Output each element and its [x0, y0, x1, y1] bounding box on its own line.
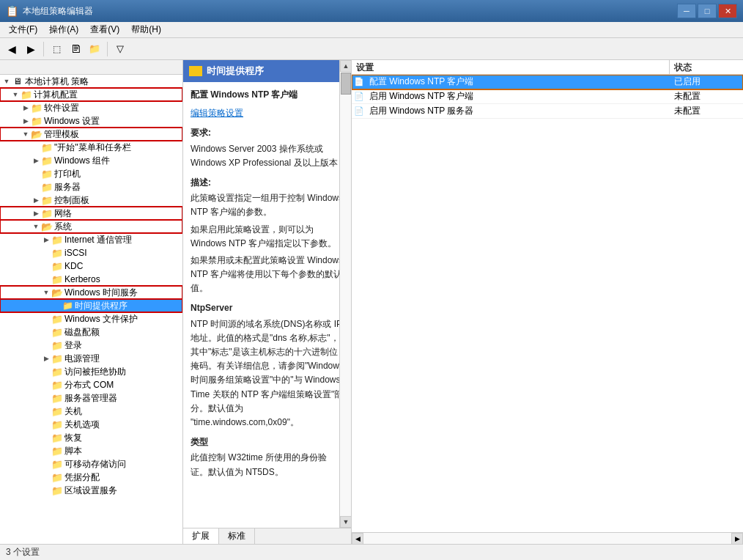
scroll-down-arrow[interactable]: ▼ — [340, 516, 352, 528]
expand-access-denied[interactable] — [41, 366, 51, 377]
menu-action[interactable]: 操作(A) — [43, 22, 84, 37]
tree-node-credentials[interactable]: 📁 凭据分配 — [0, 471, 182, 484]
folder-icon-recovery: 📁 — [51, 432, 63, 443]
expand-kerberos[interactable] — [41, 274, 51, 284]
tree-node-scripts[interactable]: 📁 脚本 — [0, 444, 182, 457]
desc-scrollbar[interactable]: ▲ ▼ — [339, 60, 351, 528]
desc-panel-title: 时间提供程序 — [207, 65, 264, 78]
expand-kdc[interactable] — [41, 261, 51, 271]
window-controls: ─ □ ✕ — [677, 4, 737, 18]
tree-node-windows-settings[interactable]: ▶ 📁 Windows 设置 — [0, 114, 182, 128]
tree-scroll-container[interactable]: ▼ 🖥 本地计算机 策略 ▼ 📁 计算机配置 ▶ 📁 软件设置 — [0, 75, 182, 544]
expand-removable-storage[interactable] — [41, 459, 51, 469]
tree-node-power-mgmt[interactable]: ▶ 📁 电源管理 — [0, 352, 182, 365]
tab-extend[interactable]: 扩展 — [183, 528, 219, 544]
edit-policy-link[interactable]: 编辑策略设置 — [191, 108, 243, 118]
tree-node-dcom[interactable]: 📁 分布式 COM — [0, 378, 182, 391]
tree-node-iscsi[interactable]: 📁 iSCSI — [0, 246, 182, 259]
expand-login[interactable] — [41, 340, 51, 350]
expand-windows-components[interactable]: ▶ — [31, 155, 41, 166]
tree-label-login: 登录 — [64, 339, 82, 352]
tree-label-printers: 打印机 — [54, 168, 81, 180]
tree-node-start-menu[interactable]: 📁 "开始"菜单和任务栏 — [0, 141, 182, 154]
tree-node-login[interactable]: 📁 登录 — [0, 339, 182, 352]
filter-button[interactable]: ▽ — [111, 40, 129, 58]
tree-node-admin-templates[interactable]: ▼ 📂 管理模板 — [0, 128, 182, 141]
expand-shutdown-options[interactable] — [41, 419, 51, 430]
tree-node-servers[interactable]: 📁 服务器 — [0, 180, 182, 194]
expand-credentials[interactable] — [41, 472, 51, 482]
hscroll-right[interactable]: ▶ — [731, 533, 743, 545]
folder-icon-dcom: 📁 — [51, 380, 63, 390]
expand-control-panel[interactable]: ▶ — [31, 195, 41, 205]
tree-node-control-panel[interactable]: ▶ 📁 控制面板 — [0, 194, 182, 207]
tree-node-time-providers[interactable]: 📁 时间提供程序 — [0, 299, 182, 312]
expand-dcom[interactable] — [41, 380, 51, 390]
up-folder-button[interactable]: 📁 — [86, 40, 103, 58]
settings-hscrollbar[interactable]: ◀ ▶ — [352, 532, 743, 544]
expand-windows-time[interactable]: ▼ — [41, 287, 51, 298]
expand-regional-settings[interactable] — [41, 485, 51, 495]
tree-node-root[interactable]: ▼ 🖥 本地计算机 策略 — [0, 75, 182, 88]
tree-node-printers[interactable]: 📁 打印机 — [0, 167, 182, 180]
maximize-button[interactable]: □ — [698, 4, 717, 18]
expand-time-providers[interactable] — [51, 301, 62, 311]
tree-node-server-mgr[interactable]: 📁 服务器管理器 — [0, 391, 182, 405]
expand-servers[interactable] — [31, 182, 41, 192]
expand-software-settings[interactable]: ▶ — [21, 103, 31, 113]
scroll-track[interactable] — [340, 72, 351, 516]
expand-server-mgr[interactable] — [41, 393, 51, 403]
expand-iscsi[interactable] — [41, 248, 51, 258]
expand-disk-quota[interactable] — [41, 327, 51, 337]
expand-power-mgmt[interactable]: ▶ — [41, 353, 51, 364]
settings-row-1[interactable]: 📄 启用 Windows NTP 客户端 未配置 — [352, 89, 743, 104]
close-button[interactable]: ✕ — [718, 4, 737, 18]
tree-node-windows-components[interactable]: ▶ 📁 Windows 组件 — [0, 154, 182, 167]
tree-node-regional-settings[interactable]: 📁 区域设置服务 — [0, 484, 182, 497]
tree-node-internet-comm[interactable]: ▶ 📁 Internet 通信管理 — [0, 233, 182, 246]
expand-windows-file-protect[interactable] — [41, 314, 51, 324]
tree-node-computer-config[interactable]: ▼ 📁 计算机配置 — [0, 88, 182, 101]
tree-node-kerberos[interactable]: 📁 Kerberos — [0, 273, 182, 286]
expand-system[interactable]: ▼ — [31, 221, 41, 232]
main-area: ▼ 🖥 本地计算机 策略 ▼ 📁 计算机配置 ▶ 📁 软件设置 — [0, 60, 743, 544]
forward-button[interactable]: ▶ — [22, 40, 40, 58]
menu-view[interactable]: 查看(V) — [84, 22, 125, 37]
settings-row-0[interactable]: 📄 配置 Windows NTP 客户端 已启用 — [352, 75, 743, 89]
menu-help[interactable]: 帮助(H) — [125, 22, 167, 37]
expand-computer-config[interactable]: ▼ — [10, 89, 21, 100]
tree-node-software-settings[interactable]: ▶ 📁 软件设置 — [0, 101, 182, 114]
back-button[interactable]: ◀ — [3, 40, 21, 58]
minimize-button[interactable]: ─ — [677, 4, 696, 18]
expand-root[interactable]: ▼ — [1, 76, 12, 86]
tree-node-windows-time[interactable]: ▼ 📂 Windows 时间服务 — [0, 286, 182, 299]
scroll-thumb[interactable] — [341, 73, 351, 95]
tree-node-recovery[interactable]: 📁 恢复 — [0, 431, 182, 444]
scroll-up-arrow[interactable]: ▲ — [340, 60, 352, 72]
expand-shutdown[interactable] — [41, 406, 51, 416]
expand-internet-comm[interactable]: ▶ — [41, 235, 51, 245]
tree-node-windows-file-protect[interactable]: 📁 Windows 文件保护 — [0, 312, 182, 325]
tree-node-kdc[interactable]: 📁 KDC — [0, 259, 182, 273]
status-bar: 3 个设置 — [0, 544, 743, 560]
hscroll-left[interactable]: ◀ — [352, 533, 363, 545]
show-hide-tree-button[interactable]: ⬚ — [48, 40, 65, 58]
tab-standard[interactable]: 标准 — [219, 528, 255, 544]
tree-node-disk-quota[interactable]: 📁 磁盘配额 — [0, 325, 182, 339]
expand-scripts[interactable] — [41, 446, 51, 456]
expand-network[interactable]: ▶ — [31, 208, 41, 218]
menu-file[interactable]: 文件(F) — [3, 22, 43, 37]
tree-node-shutdown-options[interactable]: 📁 关机选项 — [0, 418, 182, 431]
tree-node-shutdown[interactable]: 📁 关机 — [0, 405, 182, 418]
tree-node-access-denied[interactable]: 📁 访问被拒绝协助 — [0, 365, 182, 378]
expand-start-menu[interactable] — [31, 142, 41, 152]
tree-node-removable-storage[interactable]: 📁 可移动存储访问 — [0, 457, 182, 471]
tree-node-network[interactable]: ▶ 📁 网络 — [0, 207, 182, 220]
expand-admin-templates[interactable]: ▼ — [21, 129, 31, 139]
settings-row-2[interactable]: 📄 启用 Windows NTP 服务器 未配置 — [352, 104, 743, 119]
properties-button[interactable]: 🖹 — [67, 40, 84, 58]
tree-node-system[interactable]: ▼ 📂 系统 — [0, 220, 182, 233]
expand-windows-settings[interactable]: ▶ — [21, 116, 31, 126]
expand-recovery[interactable] — [41, 432, 51, 443]
expand-printers[interactable] — [31, 169, 41, 179]
